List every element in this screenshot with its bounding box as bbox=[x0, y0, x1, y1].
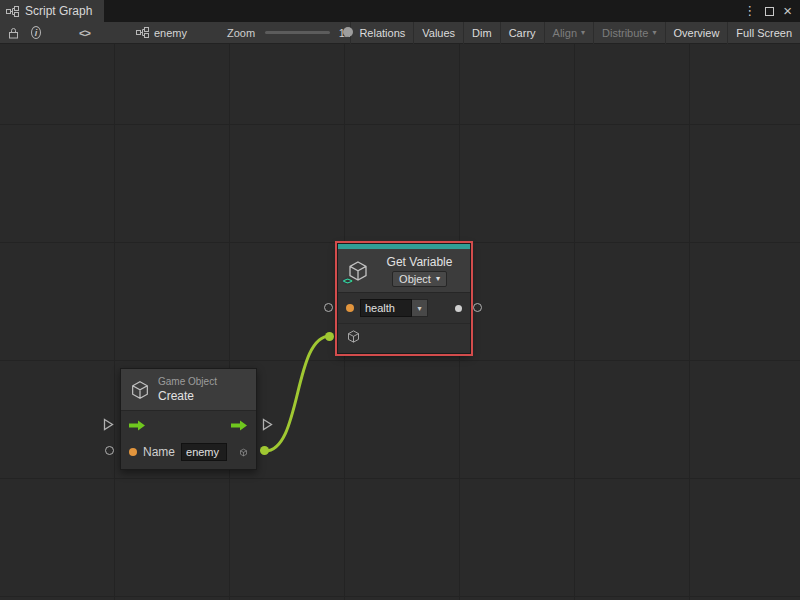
overview-button[interactable]: Overview bbox=[665, 22, 728, 44]
variable-name-port-dot[interactable] bbox=[346, 304, 354, 312]
info-icon[interactable]: i bbox=[31, 26, 41, 39]
getvar-value-out-port[interactable] bbox=[473, 303, 482, 312]
script-graph-icon bbox=[6, 6, 19, 17]
create-gameobject-out-port[interactable] bbox=[260, 446, 269, 455]
tab-script-graph[interactable]: Script Graph bbox=[0, 0, 104, 22]
zoom-slider[interactable] bbox=[265, 31, 330, 34]
graph-canvas[interactable]: Game Object Create Name bbox=[0, 44, 800, 600]
lock-icon[interactable] bbox=[8, 27, 19, 39]
dim-button[interactable]: Dim bbox=[463, 22, 500, 44]
name-port-dot[interactable] bbox=[129, 448, 137, 456]
relations-button[interactable]: Relations bbox=[350, 22, 413, 44]
fullscreen-button[interactable]: Full Screen bbox=[727, 22, 800, 44]
chevron-down-icon: ▾ bbox=[436, 274, 440, 283]
getvar-object-in-port[interactable] bbox=[325, 332, 334, 341]
get-variable-title: Get Variable bbox=[387, 255, 453, 269]
chevron-down-icon: ▾ bbox=[581, 28, 585, 37]
title-bar: Script Graph ⋮ × bbox=[0, 0, 800, 22]
code-icon[interactable]: <> bbox=[79, 27, 90, 39]
graph-toolbar: i <> enemy Zoom 1x Relations Values Dim … bbox=[0, 22, 800, 44]
get-variable-node[interactable]: <> Get Variable Object ▾ ▾ bbox=[337, 243, 471, 354]
value-out-dot[interactable] bbox=[455, 305, 462, 312]
graph-name: enemy bbox=[154, 27, 187, 39]
carry-button[interactable]: Carry bbox=[500, 22, 544, 44]
variable-badge-icon: <> bbox=[343, 276, 352, 286]
variable-name-input[interactable] bbox=[360, 299, 412, 317]
create-node-title: Create bbox=[158, 389, 194, 403]
maximize-icon[interactable] bbox=[765, 7, 774, 16]
create-node[interactable]: Game Object Create Name bbox=[120, 368, 257, 470]
flow-input-arrow-icon[interactable] bbox=[129, 420, 146, 431]
chevron-down-icon: ▾ bbox=[653, 28, 657, 37]
variable-scope-dropdown[interactable]: Object ▾ bbox=[392, 271, 447, 287]
align-button[interactable]: Align ▾ bbox=[544, 22, 593, 44]
game-object-output-cube-icon[interactable] bbox=[239, 445, 248, 460]
name-field-label: Name bbox=[143, 445, 175, 459]
game-object-cube-icon bbox=[129, 379, 151, 401]
create-name-in-port[interactable] bbox=[105, 446, 114, 455]
values-button[interactable]: Values bbox=[413, 22, 463, 44]
getvar-name-in-port[interactable] bbox=[324, 303, 333, 312]
graph-breadcrumb[interactable]: enemy bbox=[136, 27, 187, 39]
object-input-cube-icon[interactable] bbox=[346, 329, 361, 344]
zoom-label: Zoom bbox=[227, 27, 255, 39]
create-flow-out-port[interactable] bbox=[262, 418, 273, 431]
create-node-category: Game Object bbox=[158, 376, 217, 387]
graph-icon bbox=[136, 27, 149, 38]
create-flow-in-port[interactable] bbox=[103, 418, 114, 431]
connection-wire[interactable] bbox=[265, 336, 330, 451]
flow-output-arrow-icon[interactable] bbox=[231, 420, 248, 431]
tab-title: Script Graph bbox=[25, 4, 92, 18]
distribute-button[interactable]: Distribute ▾ bbox=[593, 22, 664, 44]
name-input[interactable] bbox=[181, 443, 227, 461]
close-icon[interactable]: × bbox=[783, 0, 792, 22]
window-menu-icon[interactable]: ⋮ bbox=[743, 0, 756, 22]
variable-name-dropdown[interactable]: ▾ bbox=[412, 299, 428, 317]
chevron-down-icon: ▾ bbox=[417, 304, 421, 313]
